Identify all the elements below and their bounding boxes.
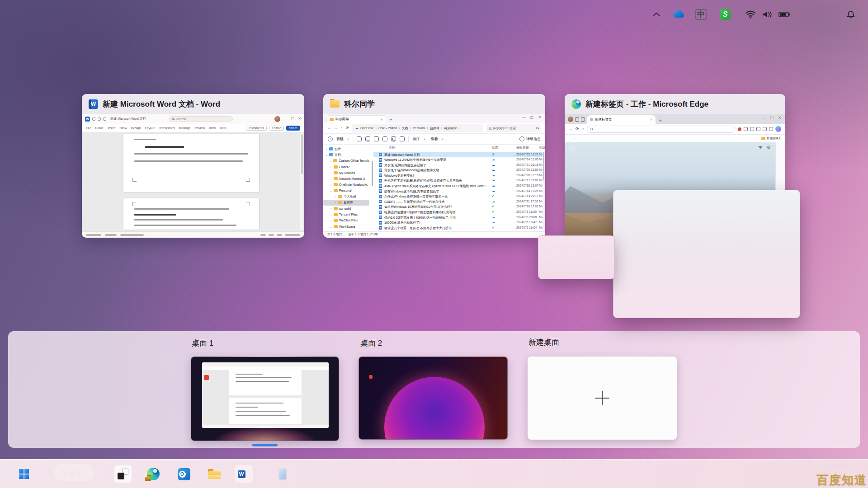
taskbar-outlook-button[interactable] [175,465,193,483]
file-row[interactable]: W16000块,满意的就这样了!☁2024/7/6 10:47Micros [373,220,545,225]
extensions-icon[interactable] [763,127,767,131]
comments-button[interactable]: Comments [246,126,267,131]
window-thumbnail-word[interactable]: W 新建 Microsoft Word 文档 - Word W 新建 Micro… [82,94,304,238]
sidebar-item[interactable]: ›My Shapes [323,170,369,176]
address-bar[interactable] [587,126,735,133]
sidebar-item[interactable]: ›图片 [323,146,369,152]
task-view-button[interactable] [114,465,132,483]
battery-tray-button[interactable] [778,0,791,29]
minimize-icon[interactable]: — [284,117,288,121]
home-icon[interactable]: ⌂ [582,127,584,131]
column-date[interactable]: 修改日期 [516,145,529,150]
breadcrumb[interactable]: ☁ OneDrive›Cole - Philips›文档›Personal›自媒… [352,124,483,132]
copy-icon[interactable] [365,136,370,141]
minimize-icon[interactable]: — [762,116,766,120]
view-button[interactable]: 查看 [431,136,438,141]
column-type[interactable]: 类型 [539,145,545,150]
tab-actions-icon[interactable] [575,117,579,122]
word-ribbon-tab[interactable]: Layout [145,127,155,130]
volume-tray-button[interactable] [761,0,773,29]
file-row[interactable]: W新建 Microsoft Word 文档⟳2024/7/25 14:21Mic… [373,152,545,157]
sidebar-item[interactable]: ›qq_guild [323,206,369,211]
scrollbar-vertical[interactable] [300,133,303,230]
new-tab-icon[interactable]: + [390,118,392,122]
profile-avatar[interactable] [568,117,573,122]
sogou-tray-button[interactable]: S [720,0,731,29]
tree-chevron-icon[interactable]: ⌄ [325,153,328,156]
word-ribbon-tab[interactable]: Home [95,127,104,130]
more-options-icon[interactable]: ⋯ [447,137,451,141]
refresh-icon[interactable]: ⟳ [576,127,579,131]
edge-tab[interactable]: 新建标签页 ✕ [587,115,656,124]
tree-chevron-icon[interactable]: › [330,165,332,168]
gear-icon[interactable]: ⚙ [766,145,771,150]
window-thumbnail-explorer[interactable]: 科尔同学 科尔同学 ✕ + — ▢ ✕ ← → ↑ ⟳ [323,94,545,238]
file-row[interactable]: W才发现,电脑的性能也会过期了☁2024/7/21 21:18Micros [373,162,545,168]
sidebar-item[interactable]: ›Network Monitor 3 [323,176,369,182]
split-screen-icon[interactable] [756,127,760,131]
sidebar-item[interactable]: ›WeChat Files [323,217,369,223]
breadcrumb-segment[interactable]: OneDrive [360,127,374,130]
window-header-word[interactable]: W 新建 Microsoft Word 文档 - Word [82,94,304,114]
word-ribbon-tab[interactable]: Draw [119,127,127,130]
sidebar-item[interactable]: ›OneNote Notebooks [323,182,369,188]
tree-chevron-icon[interactable]: › [330,160,332,162]
wifi-tray-button[interactable] [745,0,756,29]
breadcrumb-segment[interactable]: 自媒体 [430,126,439,131]
column-name[interactable]: 名称 [389,145,395,150]
file-row[interactable]: WGDDR7 —— 引领更优质的下一代显存技术☁2024/7/11 17:02M… [373,199,545,204]
user-avatar[interactable] [274,116,280,122]
layout-grid-icon[interactable] [570,146,575,151]
rename-icon[interactable] [382,136,387,141]
taskbar-explorer-button[interactable] [205,465,223,483]
back-icon[interactable]: ← [569,127,573,131]
word-ribbon-tab[interactable]: Mailings [179,127,190,130]
file-row[interactable]: WWindows 11 24H2最全预览版的5个实用更新☁2024/7/24 1… [373,157,545,163]
maximize-icon[interactable]: ▢ [530,116,534,119]
tree-chevron-icon[interactable]: › [330,171,332,174]
other-favorites[interactable]: 其他收藏夹 [761,136,782,141]
tray-overflow-button[interactable] [652,0,661,29]
word-ribbon-tab[interactable]: References [159,127,175,130]
tree-chevron-icon[interactable]: › [330,207,332,210]
editing-button[interactable]: Editing [269,126,284,131]
file-row[interactable]: WAMD Ryzen 9600系列处理器曝光,Ryzen 9950X CPU 性… [373,183,545,189]
explorer-search-box[interactable]: 在 科尔同学 中搜索 [486,124,541,132]
details-button[interactable]: 详细信息 [526,136,541,141]
tree-chevron-icon[interactable]: ⌄ [330,225,332,228]
desktop1-thumbnail[interactable] [191,357,339,441]
file-row[interactable]: W如果把Windows 10系统带回到10年前,会怎么样?✔2024/7/10 … [373,204,545,210]
close-tab-icon[interactable]: ✕ [650,118,652,121]
tree-chevron-icon[interactable]: › [325,148,328,150]
share-icon[interactable] [391,136,396,141]
close-icon[interactable]: ✕ [298,117,301,121]
new-button[interactable]: 新建 [336,136,344,141]
sort-button[interactable]: 排序 [412,136,420,141]
collections-icon[interactable] [750,127,754,131]
file-row[interactable]: W手机内存不足别乱删,教你扩容妙招,让你多存大量不怕丢☁2024/7/17 16… [373,178,545,183]
word-ribbon-tab[interactable]: Design [131,127,141,130]
file-row[interactable]: W你发现了!全球Windows蓝屏的数字文明☁2024/7/20 12:50Mi… [373,168,545,173]
tree-chevron-icon[interactable]: › [334,201,337,204]
cut-icon[interactable] [357,136,362,141]
tree-chevron-icon[interactable]: › [330,178,332,180]
close-icon[interactable]: ✕ [538,116,541,119]
filter-icon[interactable] [758,146,763,149]
window-header-edge[interactable]: 新建标签页 - 工作 - Microsoft Edge [565,94,785,114]
refresh-icon[interactable]: ⟳ [346,126,349,130]
word-ribbon-tab[interactable]: Help [220,127,226,130]
file-row[interactable]: W为什么Windows操作系统一定要每年重装一次✔2024/7/13 21:17… [373,194,545,199]
breadcrumb-segment[interactable]: 文档 [402,126,408,131]
breadcrumb-segment[interactable]: 科尔同学 [444,126,457,131]
settings-menu-icon[interactable] [769,127,773,131]
tree-chevron-icon[interactable]: › [334,231,337,231]
sidebar-item[interactable]: ›个人收藏 [323,194,369,200]
new-desktop-button[interactable] [528,357,677,440]
file-list-scrollbar[interactable] [542,152,545,230]
breadcrumb-segment[interactable]: Cole - Philips [378,127,397,130]
new-tab-icon[interactable]: + [659,119,661,123]
tree-chevron-icon[interactable]: › [334,195,337,198]
minimize-icon[interactable]: — [522,116,526,119]
file-row[interactable]: W电脑运行速度慢?你的M.2固态硬盘利用不好,真可惜✔2024/7/9 16:2… [373,210,545,215]
sidebar-item[interactable]: ›Tencent Files [323,211,369,217]
